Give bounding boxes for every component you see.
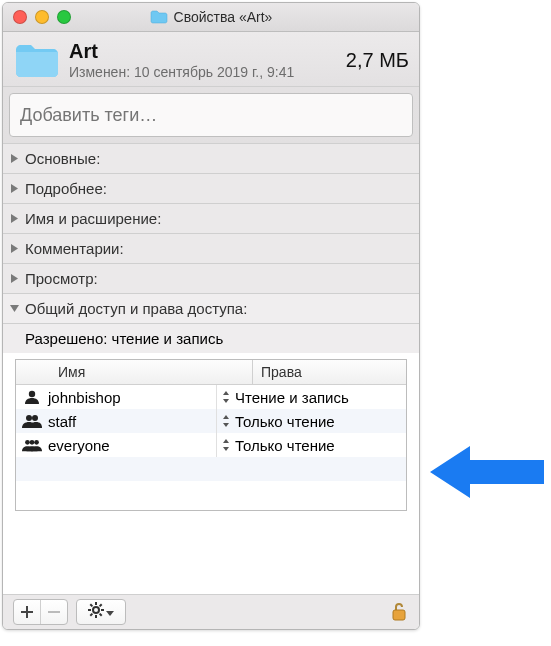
window-title: Свойства «Art» <box>174 9 273 25</box>
column-privilege[interactable]: Права <box>253 360 406 384</box>
disclosure-right-icon <box>9 154 19 164</box>
users-icon <box>22 413 42 429</box>
user-name: staff <box>48 413 76 430</box>
action-menu[interactable] <box>76 599 126 625</box>
stepper-icon[interactable] <box>221 438 231 452</box>
section-general[interactable]: Основные: <box>3 144 419 174</box>
section-nameext[interactable]: Имя и расширение: <box>3 204 419 234</box>
permissions-table: Имя Права johnbishop Чтение и запись <box>15 359 407 511</box>
section-label: Подробнее: <box>25 180 107 197</box>
svg-point-0 <box>29 391 35 397</box>
table-row <box>16 481 406 505</box>
titlebar[interactable]: Свойства «Art» <box>3 3 419 32</box>
window-controls <box>3 10 71 24</box>
privilege-value: Только чтение <box>235 437 335 454</box>
section-preview[interactable]: Просмотр: <box>3 264 419 294</box>
table-row <box>16 457 406 481</box>
group-icon <box>22 437 42 453</box>
user-name: johnbishop <box>48 389 121 406</box>
section-label: Комментарии: <box>25 240 124 257</box>
table-row[interactable]: johnbishop Чтение и запись <box>16 385 406 409</box>
chevron-down-icon <box>106 603 114 621</box>
section-label: Основные: <box>25 150 100 167</box>
add-remove-segment <box>13 599 68 625</box>
svg-point-1 <box>26 415 32 421</box>
table-header: Имя Права <box>16 360 406 385</box>
add-button[interactable] <box>14 600 40 624</box>
disclosure-right-icon <box>9 244 19 254</box>
modified-label: Изменен: 10 сентябрь 2019 г., 9:41 <box>69 64 338 80</box>
svg-point-2 <box>32 415 38 421</box>
stepper-icon[interactable] <box>221 390 231 404</box>
section-label: Общий доступ и права доступа: <box>25 300 247 317</box>
user-icon <box>22 389 42 405</box>
section-comments[interactable]: Комментарии: <box>3 234 419 264</box>
svg-point-3 <box>25 440 30 445</box>
svg-point-5 <box>34 440 39 445</box>
disclosure-right-icon <box>9 274 19 284</box>
svg-point-4 <box>30 440 35 445</box>
svg-point-6 <box>93 607 99 613</box>
folder-name: Art <box>69 40 338 62</box>
section-sharing[interactable]: Общий доступ и права доступа: <box>3 294 419 324</box>
section-label: Просмотр: <box>25 270 98 287</box>
remove-button[interactable] <box>40 600 67 624</box>
privilege-value: Чтение и запись <box>235 389 349 406</box>
svg-line-13 <box>100 604 102 606</box>
info-window: Свойства «Art» Art Изменен: 10 сентябрь … <box>2 2 420 630</box>
allowed-label: Разрешено: чтение и запись <box>25 330 409 347</box>
zoom-icon[interactable] <box>57 10 71 24</box>
svg-line-11 <box>90 604 92 606</box>
table-row[interactable]: everyone Только чтение <box>16 433 406 457</box>
info-header: Art Изменен: 10 сентябрь 2019 г., 9:41 2… <box>3 32 419 87</box>
section-label: Имя и расширение: <box>25 210 161 227</box>
table-row[interactable]: staff Только чтение <box>16 409 406 433</box>
svg-line-14 <box>90 614 92 616</box>
lock-icon[interactable] <box>389 601 409 623</box>
close-icon[interactable] <box>13 10 27 24</box>
section-more[interactable]: Подробнее: <box>3 174 419 204</box>
folder-icon <box>150 10 168 24</box>
folder-icon <box>13 40 61 80</box>
user-name: everyone <box>48 437 110 454</box>
tags-input[interactable] <box>9 93 413 137</box>
privilege-value: Только чтение <box>235 413 335 430</box>
column-name[interactable]: Имя <box>16 360 253 384</box>
svg-line-12 <box>100 614 102 616</box>
callout-arrow-icon <box>430 446 544 498</box>
disclosure-right-icon <box>9 214 19 224</box>
svg-rect-15 <box>393 610 405 620</box>
sharing-body: Разрешено: чтение и запись <box>3 324 419 353</box>
minimize-icon[interactable] <box>35 10 49 24</box>
gear-icon <box>88 602 104 622</box>
footer-toolbar <box>3 594 419 629</box>
disclosure-down-icon <box>9 304 19 314</box>
stepper-icon[interactable] <box>221 414 231 428</box>
disclosure-right-icon <box>9 184 19 194</box>
tags-section <box>3 87 419 144</box>
folder-size: 2,7 МБ <box>346 49 409 72</box>
